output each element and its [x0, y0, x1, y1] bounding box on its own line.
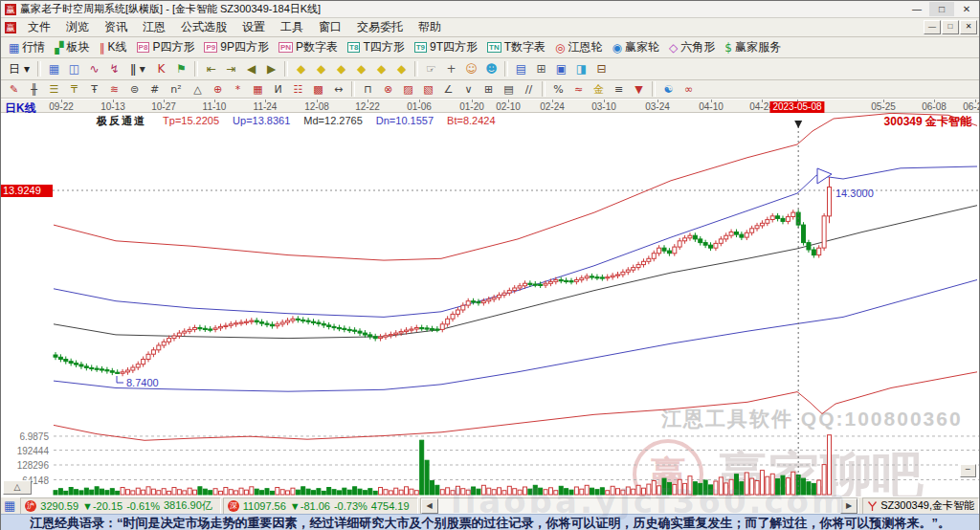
tool-icon-r3-29[interactable]: ≈ [568, 81, 589, 98]
tool-icon-r3-5[interactable]: ≋ [104, 81, 124, 98]
tool-icon-r2-4[interactable]: ∿ [84, 60, 104, 78]
tool-icon-r3-21[interactable]: ▧ [418, 81, 438, 98]
tool-icon-r2-31[interactable]: ⊟ [591, 60, 612, 78]
close-button[interactable]: ✕ [954, 2, 979, 16]
tool-icon-r3-24[interactable]: ⊞ [479, 81, 499, 98]
horizontal-scrollbar[interactable]: ◀ ▶ [420, 497, 859, 515]
toolbar-p-square[interactable]: P8P四方形 [132, 39, 200, 56]
tool-icon-r3-13[interactable]: И [268, 81, 288, 98]
tool-icon-r2-18[interactable]: ◆ [351, 60, 371, 78]
tool-icon-r3-25[interactable]: ▤ [499, 81, 519, 98]
tool-icon-r2-23[interactable]: + [441, 60, 461, 78]
tool-icon-r3-10[interactable]: ⊕ [208, 81, 228, 98]
maximize-button[interactable]: □ [929, 2, 954, 16]
tool-icon-r2-0[interactable]: 日 ▾ [4, 60, 34, 78]
tool-icon-r3-7[interactable]: # [145, 81, 165, 98]
tool-icon-r2-27[interactable]: ▤ [511, 60, 531, 78]
toolbar-9t-square[interactable]: T99T四方形 [410, 39, 482, 56]
toolbar-p-number[interactable]: PNP数字表 [274, 39, 343, 56]
tool-icon-r2-8[interactable]: ⚑ [171, 60, 191, 78]
tool-icon-r3-14[interactable]: ☷ [288, 81, 308, 98]
tool-icon-r3-16[interactable]: ↔ [328, 81, 348, 98]
chart-area[interactable]: 江恩工具软件 QQ:100800360赢赢家聊吧6.98756414812829… [1, 113, 979, 497]
tool-icon-r2-17[interactable]: ◆ [331, 60, 351, 78]
menu-item-0[interactable]: 文件 [20, 19, 58, 35]
tool-icon-r2-25[interactable]: ☻ [481, 60, 501, 78]
tool-icon-r2-24[interactable]: ☺ [461, 60, 481, 78]
toolbar-gann-wheel[interactable]: ◎江恩轮 [550, 39, 607, 56]
scroll-track[interactable] [438, 499, 841, 513]
tool-icon-r3-0[interactable]: ✎ [4, 81, 24, 98]
pane-minus-button[interactable]: − [960, 464, 976, 477]
tool-icon-r2-7[interactable]: K [151, 60, 171, 78]
toolbar-winner-wheel[interactable]: ◉赢家轮 [608, 39, 664, 56]
tool-icon-r3-35[interactable]: ∞ [679, 81, 699, 98]
toolbar-quotes[interactable]: ▦行情 [4, 39, 50, 56]
pane-collapse-button[interactable]: △ [3, 480, 32, 495]
menu-item-3[interactable]: 江恩 [135, 19, 173, 35]
tool-icon-r2-20[interactable]: ◆ [391, 60, 412, 78]
tool-icon-r3-15[interactable]: ▩ [308, 81, 328, 98]
tool-icon-r2-28[interactable]: ⊞ [531, 60, 551, 78]
tool-icon-r2-11[interactable]: ⇥ [221, 60, 241, 78]
tool-icon-r3-20[interactable]: ▨ [398, 81, 418, 98]
tool-icon-r3-31[interactable]: ≡ [609, 81, 629, 98]
menu-item-2[interactable]: 资讯 [97, 19, 135, 35]
toolbar-t-square[interactable]: T8T四方形 [343, 39, 410, 56]
tool-icon-r3-8[interactable]: n² [165, 81, 188, 98]
shenzhen-index[interactable]: 深11097.56▼-81.06-0.73%4754.19 [223, 497, 418, 515]
tool-icon-r2-13[interactable]: ▶ [261, 60, 281, 78]
tool-icon-r2-19[interactable]: ◆ [371, 60, 391, 78]
grid-icon[interactable]: ▦ [4, 498, 15, 513]
menu-item-9[interactable]: 帮助 [411, 19, 449, 35]
tool-icon-r3-32[interactable]: ▼ [629, 81, 649, 98]
tool-icon-r3-30[interactable]: 金 [589, 81, 609, 98]
tool-icon-r3-1[interactable]: ╫ [24, 81, 44, 98]
tool-icon-r3-28[interactable]: % [548, 81, 568, 98]
tool-icon-r3-9[interactable]: △ [188, 81, 208, 98]
tool-icon-r3-2[interactable]: ☰ [44, 81, 64, 98]
scroll-right-button[interactable]: ▶ [840, 498, 858, 514]
tool-icon-r3-11[interactable]: * [228, 81, 248, 98]
tool-icon-r2-3[interactable]: ◫ [64, 60, 84, 78]
menu-item-7[interactable]: 窗口 [311, 19, 349, 35]
menu-item-4[interactable]: 公式选股 [173, 19, 234, 35]
minimize-button[interactable]: — [904, 2, 929, 16]
tool-icon-r2-22[interactable]: ☞ [421, 60, 441, 78]
tool-icon-r2-30[interactable]: ◨ [571, 60, 591, 78]
shanghai-index[interactable]: 沪3290.59▼-20.15-0.61%3816.90亿 [20, 497, 220, 515]
tool-icon-r3-6[interactable]: ⊜ [124, 81, 145, 98]
toolbar-sectors[interactable]: ▞板块 [50, 39, 94, 56]
tool-icon-r2-29[interactable]: ▣ [551, 60, 571, 78]
tool-icon-r3-4[interactable]: Ŧ [84, 81, 104, 98]
mdi-minimize-button[interactable]: — [924, 20, 941, 34]
kline-chart[interactable]: 江恩工具软件 QQ:100800360赢赢家聊吧6.98756414812829… [1, 113, 980, 497]
tool-icon-r3-22[interactable]: ∠ [438, 81, 458, 98]
tool-icon-r2-5[interactable]: ↯ [104, 60, 124, 78]
tool-icon-r2-16[interactable]: ◆ [311, 60, 331, 78]
scroll-left-button[interactable]: ◀ [421, 498, 438, 514]
toolbar-hexagon[interactable]: ◇六角形 [664, 39, 720, 56]
tool-icon-r3-3[interactable]: ₸ [64, 81, 84, 98]
tool-icon-r3-23[interactable]: ∨ [458, 81, 479, 98]
menu-item-1[interactable]: 浏览 [58, 19, 97, 35]
toolbar-kline[interactable]: ∥K线 [95, 39, 132, 56]
current-stock-cell[interactable]: SZ300349,金卡智能 [862, 497, 979, 515]
tool-icon-r2-12[interactable]: ◀ [241, 60, 261, 78]
tool-icon-r3-18[interactable]: ⊓ [358, 81, 378, 98]
menu-item-8[interactable]: 交易委托 [349, 19, 411, 35]
mdi-restore-button[interactable]: □ [942, 20, 959, 34]
tool-icon-r3-26[interactable]: // [519, 81, 539, 98]
tool-icon-r3-19[interactable]: ⊗ [378, 81, 398, 98]
tool-icon-r2-2[interactable]: ▦ [44, 60, 64, 78]
tool-icon-r3-12[interactable]: ▦ [248, 81, 268, 98]
tool-icon-r2-15[interactable]: ◆ [291, 60, 311, 78]
mdi-close-button[interactable]: ✕ [960, 20, 977, 34]
tool-icon-r3-34[interactable]: ☯ [658, 81, 679, 98]
tool-icon-r2-6[interactable]: ǁ ▾ [124, 60, 151, 78]
toolbar-winner-service[interactable]: $赢家服务 [720, 39, 786, 56]
tool-icon-r2-10[interactable]: ⇤ [201, 60, 221, 78]
toolbar-t-number[interactable]: TNT数字表 [482, 39, 550, 56]
menu-item-5[interactable]: 设置 [234, 19, 273, 35]
menu-item-6[interactable]: 工具 [273, 19, 311, 35]
